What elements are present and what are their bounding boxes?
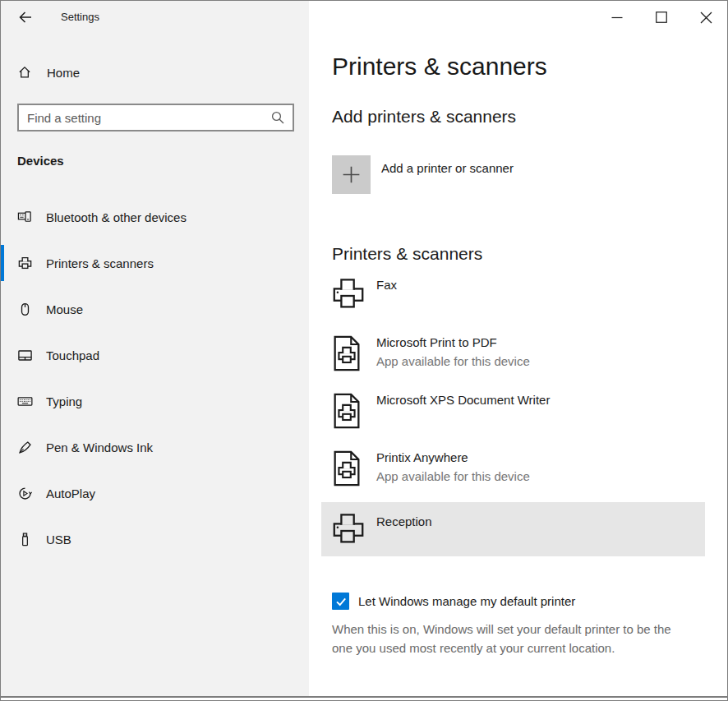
search-input[interactable] — [19, 105, 293, 130]
add-printer-button[interactable] — [332, 155, 371, 194]
default-printer-description: When this is on, Windows will set your d… — [332, 620, 687, 657]
printer-icon — [332, 278, 376, 314]
printer-row[interactable]: Microsoft Print to PDF App available for… — [332, 330, 705, 387]
printer-name: Printix Anywhere — [376, 448, 530, 467]
printer-list: Fax Microsoft Print to PDF App available… — [332, 272, 705, 556]
add-printer-row[interactable]: Add a printer or scanner — [332, 155, 708, 194]
sidebar-item-autoplay[interactable]: AutoPlay — [1, 475, 309, 511]
touchpad-icon — [17, 348, 34, 363]
home-icon — [17, 65, 32, 80]
printer-status: App available for this device — [376, 467, 530, 487]
back-arrow-icon — [18, 10, 33, 25]
mouse-icon — [17, 302, 34, 317]
sidebar-item-pen[interactable]: Pen & Windows Ink — [1, 429, 309, 465]
default-printer-toggle-row[interactable]: Let Windows manage my default printer — [332, 593, 708, 610]
checkmark-icon — [334, 595, 348, 608]
printer-row[interactable]: Fax — [332, 272, 705, 330]
usb-icon — [17, 532, 34, 547]
doc-printer-icon — [332, 450, 376, 487]
sidebar-item-mouse[interactable]: Mouse — [1, 291, 309, 327]
printers-section-header: Printers & scanners — [332, 242, 708, 266]
pen-icon — [17, 440, 34, 455]
add-section-header: Add printers & scanners — [332, 104, 708, 129]
sidebar-item-touchpad[interactable]: Touchpad — [1, 337, 309, 373]
printer-icon — [332, 513, 376, 549]
default-printer-checkbox[interactable] — [332, 593, 349, 610]
sidebar-item-usb[interactable]: USB — [1, 521, 309, 557]
printer-row[interactable]: Reception — [321, 502, 705, 556]
home-label: Home — [47, 66, 80, 80]
printer-name: Fax — [376, 275, 397, 294]
printer-small-icon — [17, 256, 34, 271]
window-bottom-edge — [1, 696, 727, 698]
doc-printer-icon — [332, 335, 376, 371]
settings-window: Settings Home Devices Bluet — [0, 0, 728, 701]
sidebar-item-home[interactable]: Home — [1, 58, 309, 87]
doc-printer-icon — [332, 393, 376, 429]
printer-name: Microsoft XPS Document Writer — [376, 390, 550, 409]
devices-group-header: Devices — [17, 154, 64, 168]
printer-status: App available for this device — [376, 352, 530, 371]
page-content: Printers & scanners Add printers & scann… — [332, 1, 708, 657]
back-button[interactable] — [12, 6, 39, 29]
autoplay-icon — [17, 486, 34, 501]
sidebar-item-bluetooth[interactable]: Bluetooth & other devices — [1, 199, 309, 235]
app-title: Settings — [61, 11, 99, 23]
search-box — [17, 104, 294, 131]
sidebar-item-typing[interactable]: Typing — [1, 383, 309, 419]
printer-name: Microsoft Print to PDF — [376, 333, 530, 352]
keyboard-icon — [17, 394, 34, 409]
main-panel: Printers & scanners Add printers & scann… — [309, 1, 728, 696]
search-icon — [271, 111, 285, 125]
devices-icon — [17, 210, 34, 225]
add-printer-label: Add a printer or scanner — [381, 155, 514, 177]
sidebar-item-printers[interactable]: Printers & scanners — [1, 245, 309, 281]
sidebar-nav: Bluetooth & other devices Printers & sca… — [1, 199, 309, 567]
printer-row[interactable]: Printix Anywhere App available for this … — [332, 445, 705, 502]
default-printer-checkbox-label: Let Windows manage my default printer — [358, 594, 575, 608]
sidebar: Settings Home Devices Bluet — [1, 1, 309, 696]
printer-name: Reception — [376, 512, 432, 531]
printer-row[interactable]: Microsoft XPS Document Writer — [332, 387, 705, 445]
plus-icon — [340, 164, 362, 186]
page-title: Printers & scanners — [332, 50, 708, 83]
